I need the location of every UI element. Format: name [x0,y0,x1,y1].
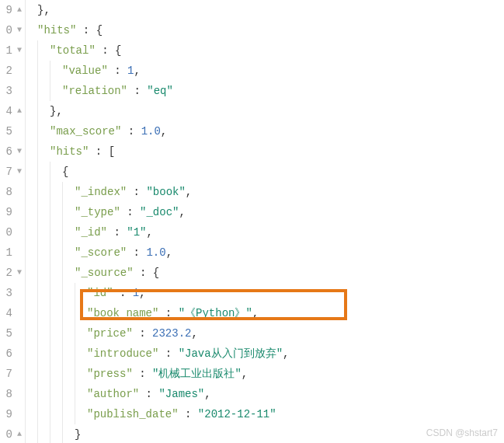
json-key: "_index" [75,186,127,198]
json-key: "publish_date" [87,408,179,420]
fold-up-icon[interactable]: ▲ [14,0,22,20]
json-value: "eq" [147,85,173,97]
json-key: "hits" [50,145,89,158]
json-value: "Java从入门到放弃" [179,347,283,360]
line-number: 7 [6,162,12,182]
line-number: 6 [6,141,12,162]
code-text: : { [96,44,122,57]
fold-down-icon[interactable]: ▼ [14,141,22,162]
line-number: 3 [6,81,12,101]
json-value: 1 [133,287,139,299]
line-number: 0 [6,424,12,443]
code-text: }, [37,4,50,16]
code-text: : { [76,24,103,37]
json-key: "value" [62,65,108,77]
json-key: "hits" [37,24,76,37]
json-value: "2012-12-11" [198,408,276,420]
json-key: "book_name" [87,307,158,319]
json-value: "James" [158,388,204,400]
fold-down-icon[interactable]: ▼ [14,40,22,61]
line-number: 7 [6,364,12,384]
line-number: 5 [6,323,12,344]
line-number: 5 [6,121,12,141]
code-text: { [62,166,68,178]
json-value: "book" [146,186,185,198]
line-number: 4 [6,303,12,323]
watermark: CSDN @shstart7 [426,427,498,438]
line-number: 6 [6,344,12,364]
json-value: 2323.2 [152,327,191,340]
json-value: "_doc" [140,206,179,218]
code-text: : { [134,267,160,279]
json-key: "introduce" [87,347,158,360]
line-number: 0 [6,222,12,242]
json-key: "max_score" [50,125,121,138]
json-value: 1.0 [141,125,161,138]
json-key: "author" [87,388,139,400]
json-key: "price" [87,327,133,340]
json-value: "《Python》" [179,307,252,319]
code-text: }, [50,105,63,117]
json-key: "press" [87,368,133,380]
fold-up-icon[interactable]: ▲ [14,424,22,443]
line-number: 9 [6,0,12,20]
json-key: "_score" [75,246,127,259]
json-key: "relation" [62,85,127,97]
json-key: "_source" [75,267,134,279]
code-text: : [ [89,145,115,158]
line-number: 9 [6,404,12,424]
line-number: 2 [6,61,12,81]
code-text: } [75,428,81,441]
code-editor[interactable]: 9▲ 0▼ 1▼ 2 3 4▲ 5 6▼ 7▼ 8 9 0 1 2▼ 3 4 5… [0,0,504,443]
line-number: 0 [6,20,12,40]
json-key: "_type" [75,206,120,218]
json-value: 1.0 [146,246,165,259]
line-number: 1 [6,40,12,61]
fold-up-icon[interactable]: ▲ [14,101,22,121]
fold-down-icon[interactable]: ▼ [14,162,22,182]
code-area[interactable]: }, "hits" : { "total" : { "value" : 1, "… [25,0,504,443]
line-number: 9 [6,202,12,222]
line-number: 8 [6,182,12,202]
json-key: "total" [50,44,96,57]
json-key: "_id" [75,226,107,239]
line-number: 1 [6,242,12,263]
json-value: "1" [127,226,146,239]
json-value: "机械工业出版社" [152,368,242,380]
line-number: 2 [6,263,12,283]
line-gutter: 9▲ 0▼ 1▼ 2 3 4▲ 5 6▼ 7▼ 8 9 0 1 2▼ 3 4 5… [0,0,25,443]
line-number: 4 [6,101,12,121]
fold-down-icon[interactable]: ▼ [14,20,22,40]
line-number: 8 [6,384,12,404]
json-key: "id" [87,287,113,299]
fold-down-icon[interactable]: ▼ [14,263,22,283]
line-number: 3 [6,283,12,303]
